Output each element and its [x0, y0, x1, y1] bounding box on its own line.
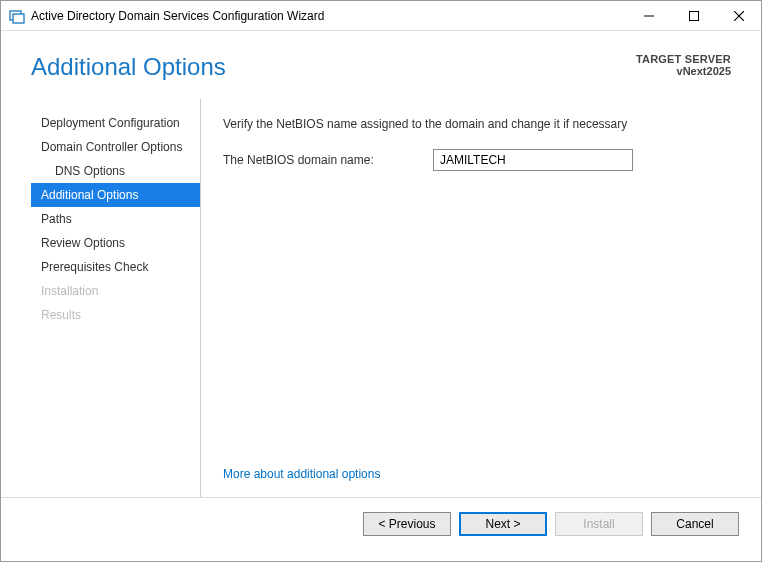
- content-pane: Verify the NetBIOS name assigned to the …: [201, 99, 761, 497]
- nav-paths[interactable]: Paths: [31, 207, 200, 231]
- next-button[interactable]: Next >: [459, 512, 547, 536]
- target-server-info: TARGET SERVER vNext2025: [636, 53, 731, 77]
- nav-domain-controller-options[interactable]: Domain Controller Options: [31, 135, 200, 159]
- app-icon: [9, 8, 25, 24]
- header: Additional Options TARGET SERVER vNext20…: [1, 31, 761, 99]
- previous-button[interactable]: < Previous: [363, 512, 451, 536]
- nav-deployment-configuration[interactable]: Deployment Configuration: [31, 111, 200, 135]
- nav-installation: Installation: [31, 279, 200, 303]
- maximize-button[interactable]: [671, 1, 716, 30]
- install-button: Install: [555, 512, 643, 536]
- minimize-button[interactable]: [626, 1, 671, 30]
- instruction-text: Verify the NetBIOS name assigned to the …: [223, 117, 733, 131]
- target-server-name: vNext2025: [636, 65, 731, 77]
- svg-rect-3: [689, 11, 698, 20]
- window-controls: [626, 1, 761, 30]
- netbios-input[interactable]: [433, 149, 633, 171]
- netbios-field-row: The NetBIOS domain name:: [223, 149, 733, 171]
- target-server-label: TARGET SERVER: [636, 53, 731, 65]
- nav-review-options[interactable]: Review Options: [31, 231, 200, 255]
- more-about-link[interactable]: More about additional options: [223, 467, 733, 481]
- page-title: Additional Options: [31, 53, 226, 81]
- titlebar: Active Directory Domain Services Configu…: [1, 1, 761, 31]
- wizard-nav: Deployment Configuration Domain Controll…: [31, 99, 201, 497]
- svg-rect-1: [13, 14, 24, 23]
- body: Deployment Configuration Domain Controll…: [1, 99, 761, 497]
- window-title: Active Directory Domain Services Configu…: [31, 9, 626, 23]
- nav-prerequisites-check[interactable]: Prerequisites Check: [31, 255, 200, 279]
- close-button[interactable]: [716, 1, 761, 30]
- footer: < Previous Next > Install Cancel: [1, 497, 761, 550]
- spacer: [223, 171, 733, 467]
- netbios-label: The NetBIOS domain name:: [223, 153, 413, 167]
- nav-dns-options[interactable]: DNS Options: [31, 159, 200, 183]
- nav-results: Results: [31, 303, 200, 327]
- cancel-button[interactable]: Cancel: [651, 512, 739, 536]
- nav-additional-options[interactable]: Additional Options: [31, 183, 200, 207]
